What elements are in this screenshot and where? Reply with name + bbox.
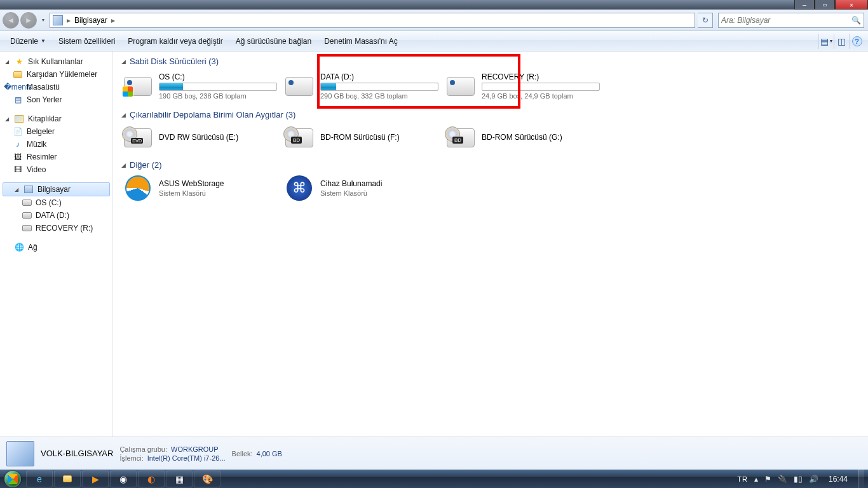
tray-power-icon[interactable]: 🔌 (778, 475, 787, 484)
taskbar-ie[interactable]: e (26, 470, 53, 487)
system-properties-button[interactable]: Sistem özellikleri (52, 34, 121, 48)
videos-icon: 🎞 (13, 165, 23, 175)
memory-value: 4,00 GB (257, 450, 282, 458)
memory-label: Bellek: (232, 450, 253, 458)
drive-name: RECOVERY (R:) (482, 72, 600, 81)
optical-drive-e[interactable]: DVD RW Sürücüsü (E:) (119, 123, 281, 152)
tray-flag-icon[interactable]: ⚑ (764, 475, 771, 484)
workgroup-label: Çalışma grubu: (119, 445, 167, 453)
star-icon: ★ (14, 57, 24, 67)
sidebar-item-music[interactable]: ♪Müzik (0, 138, 112, 151)
other-item-bluetooth[interactable]: ⌘ Cihaz Bulunamadi Sistem Klasörü (281, 173, 442, 203)
documents-icon: 📄 (13, 126, 23, 137)
label: Sabit Disk Sürücüleri (3) (130, 57, 219, 66)
tray-show-hidden[interactable]: ▴ (754, 475, 758, 484)
cpu-label: İşlemci: (119, 454, 143, 462)
label: Kitaplıklar (28, 114, 62, 123)
drive-tile-data-d[interactable]: DATA (D:) 290 GB boş, 332 GB toplam (281, 70, 442, 102)
other-item-asus[interactable]: ASUS WebStorage Sistem Klasörü (119, 173, 281, 203)
capacity-bar (320, 83, 438, 91)
view-options-button[interactable]: ▤ (818, 34, 834, 49)
optical-drive-icon (447, 128, 475, 147)
search-input[interactable] (721, 16, 851, 25)
nav-forward-button[interactable]: ► (20, 12, 37, 29)
sidebar-item-documents[interactable]: 📄Belgeler (0, 125, 112, 138)
refresh-button[interactable]: ↻ (698, 13, 713, 28)
sidebar-item-drive-r[interactable]: RECOVERY (R:) (0, 222, 112, 234)
sidebar-item-pictures[interactable]: 🖼Resimler (0, 151, 112, 163)
sidebar-item-recent[interactable]: ▤Son Yerler (0, 93, 112, 106)
category-other[interactable]: ◢Diğer (2) (119, 158, 862, 172)
sidebar-item-desktop[interactable]: �mentsMasaüstü (0, 81, 112, 93)
organize-menu[interactable]: Düzenle▼ (4, 34, 52, 48)
drive-capacity: 24,9 GB boş, 24,9 GB toplam (482, 92, 600, 100)
language-indicator[interactable]: TR (737, 475, 748, 483)
label: Bilgisayar (37, 185, 71, 194)
window-minimize-button[interactable]: — (794, 0, 815, 10)
tray-volume-icon[interactable]: 🔊 (809, 475, 818, 484)
taskbar-clock[interactable]: 16:44 (825, 475, 851, 484)
firefox-icon: ◐ (147, 474, 155, 484)
address-bar[interactable]: ▸ Bilgisayar ▸ (50, 13, 695, 28)
map-network-drive-button[interactable]: Ağ sürücüsüne bağlan (229, 34, 318, 48)
explorer-command-bar: Düzenle▼ Sistem özellikleri Program kald… (0, 31, 868, 51)
help-button[interactable]: ? (849, 34, 864, 49)
window-maximize-button[interactable]: ▭ (815, 0, 835, 10)
sidebar-item-drive-d[interactable]: DATA (D:) (0, 209, 112, 222)
computer-icon (24, 186, 33, 193)
computer-thumbnail-icon (6, 441, 34, 466)
drive-name: OS (C:) (159, 72, 277, 81)
category-removable[interactable]: ◢Çıkarılabilir Depolama Birimi Olan Aygı… (119, 107, 862, 122)
drive-name: DVD RW Sürücüsü (E:) (159, 133, 277, 142)
open-control-panel-button[interactable]: Denetim Masası'nı Aç (318, 34, 404, 48)
sidebar-network[interactable]: 🌐Ağ (0, 241, 112, 254)
recent-icon: ▤ (13, 95, 23, 105)
sidebar-item-videos[interactable]: 🎞Video (0, 163, 112, 176)
breadcrumb-location[interactable]: Bilgisayar (74, 16, 107, 25)
category-hard-drives[interactable]: ◢Sabit Disk Sürücüleri (3) (119, 54, 862, 69)
drive-name: BD-ROM Sürücüsü (F:) (320, 133, 438, 142)
preview-pane-button[interactable]: ◫ (834, 34, 849, 49)
drive-capacity: 290 GB boş, 332 GB toplam (320, 92, 438, 100)
explorer-search-box[interactable]: 🔍 (718, 13, 864, 28)
show-desktop-button[interactable] (858, 470, 864, 488)
music-icon: ♪ (13, 139, 23, 149)
nav-back-button[interactable]: ◄ (3, 12, 19, 29)
sidebar-item-drive-c[interactable]: OS (C:) (0, 196, 112, 209)
drive-name: BD-ROM Sürücüsü (G:) (482, 133, 600, 142)
drive-capacity: 190 GB boş, 238 GB toplam (159, 92, 277, 100)
drive-icon (22, 212, 32, 219)
nav-history-dropdown[interactable]: ▾ (39, 12, 47, 29)
label: Sistem özellikleri (58, 37, 115, 46)
capacity-bar (159, 83, 277, 91)
start-button[interactable] (0, 470, 25, 488)
drive-name: DATA (D:) (320, 72, 438, 81)
label: Ağ (28, 243, 37, 252)
library-icon (15, 115, 24, 123)
sidebar-favorites[interactable]: ★Sık Kullanılanlar (0, 55, 112, 68)
sidebar-item-downloads[interactable]: Karşıdan Yüklemeler (0, 68, 112, 81)
taskbar-chrome[interactable]: ◉ (110, 470, 137, 487)
optical-drive-g[interactable]: BD-ROM Sürücüsü (G:) (442, 123, 604, 152)
sidebar-libraries[interactable]: Kitaplıklar (0, 112, 112, 125)
tray-network-icon[interactable]: ▮▯ (794, 475, 803, 484)
taskbar-app[interactable]: ▦ (166, 470, 193, 487)
taskbar-media[interactable]: ▶ (82, 470, 109, 487)
taskbar-firefox[interactable]: ◐ (138, 470, 165, 487)
breadcrumb-separator-icon[interactable]: ▸ (110, 16, 116, 25)
drive-tile-os-c[interactable]: OS (C:) 190 GB boş, 238 GB toplam (119, 70, 281, 102)
taskbar-paint[interactable]: 🎨 (194, 470, 220, 487)
uninstall-program-button[interactable]: Program kaldır veya değiştir (121, 34, 229, 48)
optical-drive-icon (124, 128, 152, 147)
bluetooth-icon: ⌘ (287, 175, 312, 201)
label: Belgeler (27, 127, 55, 136)
taskbar-explorer[interactable] (54, 470, 81, 487)
drive-icon (285, 77, 313, 96)
label: DATA (D:) (36, 211, 69, 220)
window-close-button[interactable]: ✕ (835, 0, 868, 10)
drive-icon (22, 225, 32, 231)
optical-drive-f[interactable]: BD-ROM Sürücüsü (F:) (281, 123, 442, 152)
sidebar-computer[interactable]: Bilgisayar (3, 182, 110, 196)
drive-tile-recovery-r[interactable]: RECOVERY (R:) 24,9 GB boş, 24,9 GB topla… (442, 70, 604, 102)
search-icon: 🔍 (851, 16, 861, 25)
